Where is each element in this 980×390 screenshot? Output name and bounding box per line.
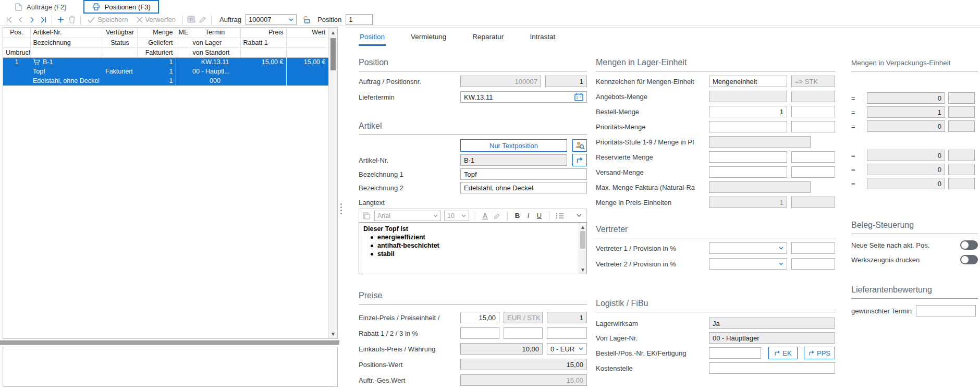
werkszeugnis-toggle[interactable] — [960, 255, 978, 264]
liefertermin-input[interactable]: KW.13.11 — [460, 91, 587, 103]
position-input[interactable]: 1 — [346, 14, 373, 25]
toolbar-more-chevron-icon[interactable] — [574, 211, 584, 221]
einzelpreis-input[interactable]: 15,00 — [460, 312, 499, 323]
col-header-artikel-nr[interactable]: Artikel-Nr. — [30, 28, 103, 38]
reservierte-menge-input2[interactable] — [791, 151, 835, 163]
col-header-bezeichnung[interactable]: Bezeichnung — [30, 38, 103, 47]
font-color-button[interactable]: A — [481, 212, 489, 220]
discard-button[interactable]: Verwerfen — [132, 16, 180, 23]
bestell-menge-input[interactable]: 1 — [709, 106, 787, 117]
prioritaets-menge-input2[interactable] — [791, 121, 835, 132]
col-header-status[interactable]: Status — [103, 38, 137, 47]
last-record-button[interactable] — [38, 15, 49, 25]
vertreter1-select[interactable] — [709, 242, 787, 254]
rabatt1-input[interactable] — [460, 327, 499, 339]
cell-fakturiert[interactable]: 1 — [137, 76, 176, 86]
cell-bezeichnung2[interactable]: Edelstahl, ohne Deckel — [30, 76, 103, 86]
col-header-verfuegbar[interactable]: Verfügbar — [103, 28, 137, 38]
panel-splitter-handle[interactable] — [340, 203, 342, 214]
calendar-icon[interactable] — [574, 93, 583, 101]
col-header-geliefert[interactable]: Geliefert — [137, 38, 176, 47]
scroll-up-arrow[interactable]: ▲ — [579, 223, 586, 231]
editor-scrollbar[interactable]: ▲ ▼ — [579, 223, 586, 274]
langtext-editor[interactable]: Dieser Topf ist energieeffizient antihaf… — [359, 222, 587, 274]
scroll-down-arrow[interactable]: ▼ — [329, 330, 337, 338]
bestell-pos-nr-input[interactable] — [709, 347, 761, 359]
ek-jump-button[interactable]: EK — [768, 347, 798, 359]
col-header-preis[interactable]: Preis — [240, 28, 286, 38]
next-record-button[interactable] — [26, 15, 38, 25]
versand-menge-input2[interactable] — [791, 166, 835, 178]
vertreter2-select[interactable] — [709, 258, 787, 270]
waehrung-select[interactable]: 0 - EUR — [547, 343, 587, 355]
tab-positionen[interactable]: Positionen (F3) — [83, 0, 159, 14]
bestell-menge-input2[interactable] — [791, 106, 835, 117]
cell-menge[interactable]: 1 — [137, 57, 176, 67]
tab-auftraege[interactable]: Aufträge (F2) — [6, 0, 74, 14]
first-record-button[interactable] — [3, 15, 15, 25]
pencil-icon[interactable] — [197, 15, 209, 25]
calculator-icon[interactable] — [186, 15, 197, 25]
cell-geliefert[interactable]: 1 — [137, 67, 176, 76]
horizontal-splitter[interactable] — [0, 340, 339, 345]
provision2-input[interactable] — [791, 258, 835, 270]
cell-pos[interactable]: 1 — [3, 57, 30, 67]
col-header-menge[interactable]: Menge — [137, 28, 176, 38]
tab-vermietung[interactable]: Vermietung — [410, 31, 447, 46]
rabatt2-input[interactable] — [504, 327, 543, 339]
auftrag-combobox[interactable]: 100007 — [246, 14, 297, 25]
artikel-jump-button[interactable] — [572, 154, 587, 166]
cell-wert[interactable]: 15,00 € — [286, 57, 328, 67]
col-header-fakturiert[interactable]: Fakturiert — [137, 47, 176, 57]
artikel-suche-button[interactable] — [572, 139, 587, 152]
col-header-me[interactable]: ME — [176, 28, 190, 38]
tab-reparatur[interactable]: Reparatur — [471, 31, 505, 46]
bezeichnung1-input[interactable]: Topf — [460, 168, 587, 180]
provision1-input[interactable] — [791, 242, 835, 254]
scroll-thumb[interactable] — [330, 38, 336, 70]
cell-von-standort[interactable]: 000 — [190, 76, 240, 86]
bullet-list-icon[interactable] — [555, 211, 565, 221]
paste-icon[interactable] — [362, 211, 371, 221]
neue-seite-toggle[interactable] — [960, 240, 978, 250]
kostenstelle-input[interactable] — [709, 362, 835, 374]
gewuenschter-termin-input[interactable] — [916, 305, 976, 316]
cell-artikel-nr[interactable]: B-1 — [30, 57, 103, 67]
font-family-select[interactable]: Arial — [374, 211, 441, 221]
col-header-wert[interactable]: Wert — [286, 28, 328, 38]
col-header-termin[interactable]: Termin — [190, 28, 240, 38]
pps-jump-button[interactable]: PPS — [804, 347, 835, 359]
delete-position-button[interactable] — [66, 15, 78, 25]
bold-button[interactable]: B — [513, 212, 521, 220]
scroll-thumb[interactable] — [580, 231, 585, 249]
scroll-down-arrow[interactable]: ▼ — [579, 265, 586, 274]
font-size-select[interactable]: 10 — [444, 211, 469, 221]
unlock-icon[interactable] — [301, 15, 312, 25]
kennzeichen-input[interactable]: Mengeneinheit — [709, 76, 787, 87]
col-header-rabatt1[interactable]: Rabatt 1 — [240, 38, 286, 47]
italic-button[interactable]: I — [524, 212, 532, 220]
highlighter-icon[interactable] — [492, 211, 501, 221]
cell-termin[interactable]: KW.13.11 — [190, 57, 240, 67]
underline-button[interactable]: U — [535, 212, 543, 220]
bezeichnung2-input[interactable]: Edelstahl, ohne Deckel — [460, 182, 587, 193]
cell-preis[interactable]: 15,00 € — [240, 57, 286, 67]
prioritaets-menge-input[interactable] — [709, 121, 787, 132]
col-header-pos[interactable]: Pos. — [3, 28, 30, 38]
scroll-up-arrow[interactable]: ▲ — [329, 28, 337, 36]
save-button[interactable]: Speichern — [83, 16, 132, 23]
col-header-von-standort[interactable]: von Standort — [190, 47, 240, 57]
col-header-umbruch[interactable]: Umbruch — [3, 47, 30, 57]
versand-menge-input[interactable] — [709, 166, 787, 178]
reservierte-menge-input[interactable] — [709, 151, 787, 163]
tab-position[interactable]: Position — [359, 31, 386, 46]
cell-von-lager[interactable]: 00 - Hauptl... — [190, 67, 240, 76]
col-header-von-lager[interactable]: von Lager — [190, 38, 240, 47]
previous-record-button[interactable] — [15, 15, 26, 25]
tab-intrastat[interactable]: Intrastat — [529, 31, 556, 46]
add-position-button[interactable] — [55, 15, 66, 25]
grid-scrollbar[interactable]: ▲ ▼ — [328, 28, 337, 338]
cell-status[interactable]: Fakturiert — [103, 67, 137, 76]
nur-textposition-button[interactable]: Nur Textposition — [460, 139, 567, 152]
rabatt3-input[interactable] — [547, 327, 587, 339]
